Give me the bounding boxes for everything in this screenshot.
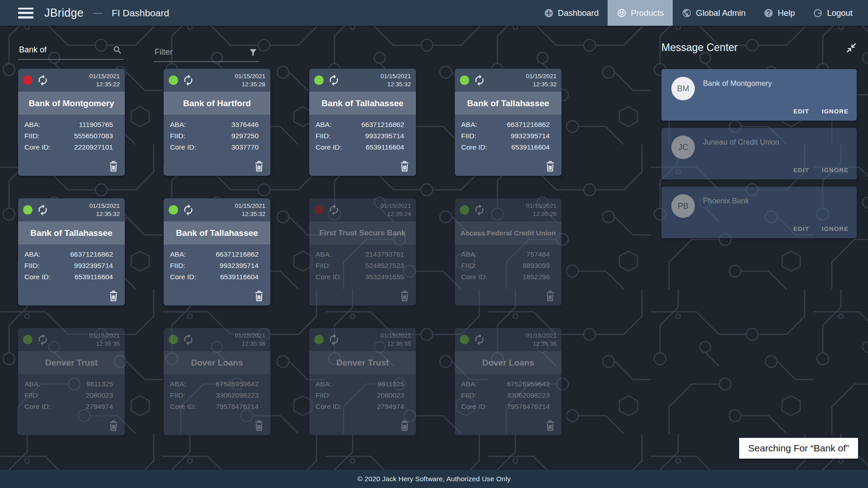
core-id-label: Core ID: — [461, 403, 487, 411]
message-card: PB Phoenix Bank EDIT IGNORE — [661, 187, 857, 238]
fi-name: Dover Loans — [455, 351, 561, 374]
core-id-label: Core ID: — [24, 273, 51, 281]
core-id-value: 2220927101 — [74, 143, 113, 151]
fi-card: 01/15/202112:35:32 Bank of Tallahassee A… — [18, 198, 125, 305]
refresh-icon[interactable] — [473, 204, 486, 216]
refresh-icon[interactable] — [328, 204, 340, 216]
search-input[interactable] — [18, 43, 123, 60]
message-center-title: Message Center — [661, 42, 738, 54]
fi-card-body: ABA:2143793761 FIID:5248527523 Core ID:3… — [309, 244, 416, 281]
filter-input[interactable] — [154, 46, 259, 62]
refresh-icon[interactable] — [328, 333, 340, 346]
fiid-label: FIID: — [170, 262, 185, 270]
aba-label: ABA: — [170, 250, 186, 258]
timestamp: 01/15/202112:35:36 — [526, 332, 557, 347]
collapse-icon[interactable] — [846, 42, 857, 53]
aba-value: 67526959642 — [507, 380, 550, 388]
refresh-icon[interactable] — [37, 333, 49, 346]
timestamp: 01/15/202112:35:35 — [89, 332, 120, 347]
trash-icon[interactable] — [254, 290, 264, 302]
fi-name: Bank of Tallahassee — [455, 92, 561, 115]
ignore-button[interactable]: IGNORE — [822, 167, 849, 174]
fiid-value: 2080023 — [377, 391, 404, 399]
fiid-value: 9297250 — [231, 132, 259, 140]
core-id-value: 2794974 — [86, 403, 113, 411]
fiid-label: FIID: — [170, 391, 185, 399]
edit-button[interactable]: EDIT — [793, 108, 809, 115]
message-sender-name: Phoenix Bank — [703, 197, 749, 205]
timestamp: 01/15/202112:35:32 — [235, 202, 265, 218]
refresh-icon[interactable] — [182, 204, 194, 216]
trash-icon[interactable] — [399, 290, 410, 302]
refresh-icon[interactable] — [473, 74, 486, 86]
search-toast: Searching For “Bank of” — [739, 438, 858, 459]
core-id-value: 6539116604 — [366, 143, 404, 151]
timestamp: 01/15/202112:35:32 — [526, 72, 557, 88]
core-id-label: Core ID: — [316, 143, 342, 151]
trash-icon[interactable] — [108, 160, 119, 172]
aba-value: 9811325 — [86, 380, 113, 388]
fi-card-body: ABA:757484 FIID:8893099 Core ID:1852296 — [455, 244, 561, 281]
refresh-icon[interactable] — [328, 74, 340, 86]
trash-icon[interactable] — [254, 420, 264, 432]
core-id-value: 3037770 — [231, 143, 259, 151]
fi-card-header: 01/15/202112:35:32 — [18, 198, 125, 221]
refresh-icon[interactable] — [37, 74, 49, 86]
nav-item-dashboard[interactable]: Dashboard — [535, 0, 608, 26]
fi-card-header: 01/15/202112:35:22 — [18, 69, 125, 92]
edit-button[interactable]: EDIT — [793, 167, 809, 174]
aba-label: ABA: — [170, 121, 186, 129]
trash-icon[interactable] — [545, 290, 556, 302]
refresh-icon[interactable] — [37, 204, 49, 216]
fi-card-body: ABA:111905765 FIID:5556507083 Core ID:22… — [18, 115, 125, 151]
refresh-icon[interactable] — [182, 74, 194, 86]
timestamp: 01/15/202112:35:26 — [526, 202, 557, 218]
fi-name: Bank of Tallahassee — [164, 221, 270, 244]
ignore-button[interactable]: IGNORE — [822, 225, 849, 232]
trash-icon[interactable] — [399, 160, 410, 172]
search-field-wrap — [18, 43, 123, 60]
nav-menu: Dashboard Products Global Admin Help Log… — [535, 0, 868, 26]
message-center: Message Center BM Bank of Montgomery EDI… — [661, 42, 857, 245]
filter-icon[interactable] — [248, 47, 258, 57]
trash-icon[interactable] — [108, 290, 119, 302]
fiid-label: FIID: — [170, 132, 185, 140]
fi-card-body: ABA:67526959642 FIID:33062098223 Core ID… — [455, 374, 561, 411]
fiid-label: FIID: — [24, 262, 40, 270]
hamburger-menu-icon[interactable] — [18, 8, 33, 19]
fiid-value: 2080023 — [86, 391, 113, 399]
fi-card-header: 01/15/202112:35:32 — [455, 69, 561, 92]
message-sender-name: Bank of Montgomery — [703, 79, 772, 88]
edit-button[interactable]: EDIT — [793, 225, 809, 232]
aba-label: ABA: — [24, 380, 40, 388]
aba-value: 757484 — [526, 250, 550, 258]
trash-icon[interactable] — [108, 420, 119, 432]
nav-item-help[interactable]: Help — [755, 0, 804, 26]
fi-name: Bank of Tallahassee — [18, 221, 125, 244]
core-id-label: Core ID: — [24, 403, 51, 411]
trash-icon[interactable] — [545, 160, 556, 172]
core-id-label: Core ID: — [461, 143, 487, 151]
trash-icon[interactable] — [399, 420, 410, 432]
nav-item-logout[interactable]: Logout — [804, 0, 862, 26]
nav-item-products[interactable]: Products — [608, 0, 673, 26]
ignore-button[interactable]: IGNORE — [822, 108, 849, 115]
refresh-icon[interactable] — [473, 333, 486, 346]
status-dot — [460, 335, 469, 344]
aba-value: 66371216862 — [216, 250, 259, 258]
fi-name: Bank of Hartford — [164, 92, 270, 115]
core-id-label: Core ID: — [316, 273, 342, 281]
fi-card: 01/15/202112:35:35 Denver Trust ABA:9811… — [18, 328, 125, 435]
fiid-label: FIID: — [461, 391, 476, 399]
aba-value: 67526959642 — [216, 380, 259, 388]
core-id-value: 79576476214 — [507, 403, 550, 411]
trash-icon[interactable] — [254, 160, 264, 172]
refresh-icon[interactable] — [182, 333, 194, 346]
dashboard-icon — [544, 8, 554, 18]
nav-item-global-admin[interactable]: Global Admin — [673, 0, 755, 26]
search-icon[interactable] — [113, 45, 123, 55]
filter-field-wrap — [154, 46, 259, 62]
trash-icon[interactable] — [545, 420, 556, 432]
fi-card: 01/15/202112:35:35 Denver Trust ABA:9811… — [309, 328, 416, 435]
fi-card-body: ABA:3376446 FIID:9297250 Core ID:3037770 — [164, 115, 270, 151]
